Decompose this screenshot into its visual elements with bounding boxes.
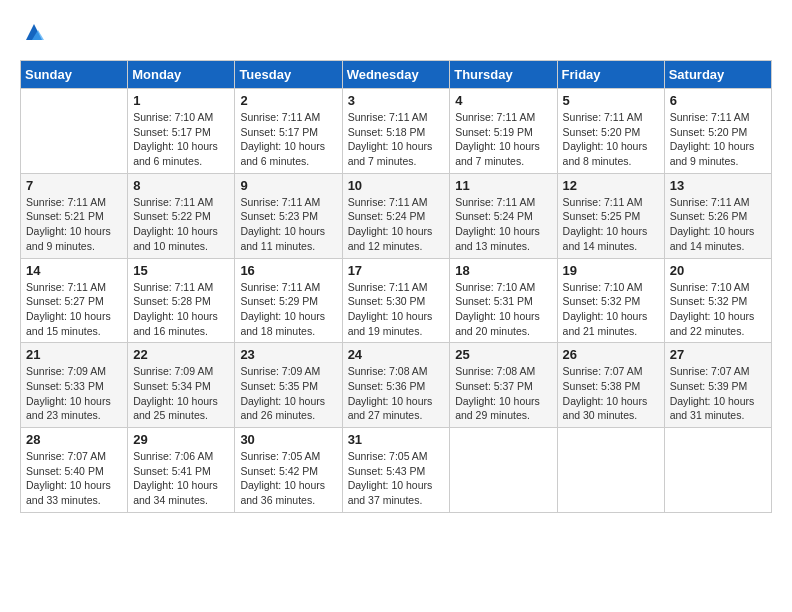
calendar-cell: 24Sunrise: 7:08 AMSunset: 5:36 PMDayligh… bbox=[342, 343, 450, 428]
calendar-week-row: 14Sunrise: 7:11 AMSunset: 5:27 PMDayligh… bbox=[21, 258, 772, 343]
day-number: 8 bbox=[133, 178, 229, 193]
day-number: 26 bbox=[563, 347, 659, 362]
calendar-cell: 11Sunrise: 7:11 AMSunset: 5:24 PMDayligh… bbox=[450, 173, 557, 258]
day-info: Sunrise: 7:09 AMSunset: 5:35 PMDaylight:… bbox=[240, 364, 336, 423]
calendar-header-wednesday: Wednesday bbox=[342, 61, 450, 89]
day-info: Sunrise: 7:11 AMSunset: 5:22 PMDaylight:… bbox=[133, 195, 229, 254]
calendar-cell: 12Sunrise: 7:11 AMSunset: 5:25 PMDayligh… bbox=[557, 173, 664, 258]
day-number: 21 bbox=[26, 347, 122, 362]
day-info: Sunrise: 7:09 AMSunset: 5:34 PMDaylight:… bbox=[133, 364, 229, 423]
day-info: Sunrise: 7:09 AMSunset: 5:33 PMDaylight:… bbox=[26, 364, 122, 423]
calendar-cell: 3Sunrise: 7:11 AMSunset: 5:18 PMDaylight… bbox=[342, 89, 450, 174]
day-number: 25 bbox=[455, 347, 551, 362]
calendar-cell: 10Sunrise: 7:11 AMSunset: 5:24 PMDayligh… bbox=[342, 173, 450, 258]
calendar-cell: 8Sunrise: 7:11 AMSunset: 5:22 PMDaylight… bbox=[128, 173, 235, 258]
day-number: 1 bbox=[133, 93, 229, 108]
day-number: 10 bbox=[348, 178, 445, 193]
calendar-week-row: 21Sunrise: 7:09 AMSunset: 5:33 PMDayligh… bbox=[21, 343, 772, 428]
calendar-cell: 17Sunrise: 7:11 AMSunset: 5:30 PMDayligh… bbox=[342, 258, 450, 343]
day-number: 4 bbox=[455, 93, 551, 108]
calendar-cell bbox=[557, 428, 664, 513]
day-info: Sunrise: 7:05 AMSunset: 5:42 PMDaylight:… bbox=[240, 449, 336, 508]
day-number: 29 bbox=[133, 432, 229, 447]
day-number: 30 bbox=[240, 432, 336, 447]
day-number: 12 bbox=[563, 178, 659, 193]
day-info: Sunrise: 7:11 AMSunset: 5:28 PMDaylight:… bbox=[133, 280, 229, 339]
day-number: 3 bbox=[348, 93, 445, 108]
calendar-cell: 25Sunrise: 7:08 AMSunset: 5:37 PMDayligh… bbox=[450, 343, 557, 428]
logo bbox=[20, 20, 46, 44]
calendar-header-friday: Friday bbox=[557, 61, 664, 89]
day-number: 27 bbox=[670, 347, 766, 362]
day-info: Sunrise: 7:11 AMSunset: 5:20 PMDaylight:… bbox=[670, 110, 766, 169]
calendar-week-row: 1Sunrise: 7:10 AMSunset: 5:17 PMDaylight… bbox=[21, 89, 772, 174]
day-info: Sunrise: 7:08 AMSunset: 5:36 PMDaylight:… bbox=[348, 364, 445, 423]
day-number: 2 bbox=[240, 93, 336, 108]
day-info: Sunrise: 7:05 AMSunset: 5:43 PMDaylight:… bbox=[348, 449, 445, 508]
calendar-cell: 29Sunrise: 7:06 AMSunset: 5:41 PMDayligh… bbox=[128, 428, 235, 513]
day-number: 31 bbox=[348, 432, 445, 447]
calendar-header-thursday: Thursday bbox=[450, 61, 557, 89]
day-info: Sunrise: 7:07 AMSunset: 5:40 PMDaylight:… bbox=[26, 449, 122, 508]
day-info: Sunrise: 7:11 AMSunset: 5:21 PMDaylight:… bbox=[26, 195, 122, 254]
calendar-cell: 30Sunrise: 7:05 AMSunset: 5:42 PMDayligh… bbox=[235, 428, 342, 513]
day-info: Sunrise: 7:11 AMSunset: 5:17 PMDaylight:… bbox=[240, 110, 336, 169]
calendar-header-monday: Monday bbox=[128, 61, 235, 89]
day-number: 19 bbox=[563, 263, 659, 278]
calendar-cell: 5Sunrise: 7:11 AMSunset: 5:20 PMDaylight… bbox=[557, 89, 664, 174]
calendar-cell: 26Sunrise: 7:07 AMSunset: 5:38 PMDayligh… bbox=[557, 343, 664, 428]
day-info: Sunrise: 7:10 AMSunset: 5:17 PMDaylight:… bbox=[133, 110, 229, 169]
day-number: 20 bbox=[670, 263, 766, 278]
day-info: Sunrise: 7:11 AMSunset: 5:24 PMDaylight:… bbox=[455, 195, 551, 254]
day-info: Sunrise: 7:11 AMSunset: 5:25 PMDaylight:… bbox=[563, 195, 659, 254]
day-info: Sunrise: 7:11 AMSunset: 5:30 PMDaylight:… bbox=[348, 280, 445, 339]
day-info: Sunrise: 7:11 AMSunset: 5:19 PMDaylight:… bbox=[455, 110, 551, 169]
day-info: Sunrise: 7:11 AMSunset: 5:24 PMDaylight:… bbox=[348, 195, 445, 254]
calendar-cell: 20Sunrise: 7:10 AMSunset: 5:32 PMDayligh… bbox=[664, 258, 771, 343]
calendar-cell bbox=[21, 89, 128, 174]
calendar-week-row: 7Sunrise: 7:11 AMSunset: 5:21 PMDaylight… bbox=[21, 173, 772, 258]
day-info: Sunrise: 7:11 AMSunset: 5:26 PMDaylight:… bbox=[670, 195, 766, 254]
calendar-cell: 2Sunrise: 7:11 AMSunset: 5:17 PMDaylight… bbox=[235, 89, 342, 174]
calendar-header-saturday: Saturday bbox=[664, 61, 771, 89]
calendar-cell bbox=[450, 428, 557, 513]
day-info: Sunrise: 7:07 AMSunset: 5:39 PMDaylight:… bbox=[670, 364, 766, 423]
calendar-cell: 9Sunrise: 7:11 AMSunset: 5:23 PMDaylight… bbox=[235, 173, 342, 258]
calendar-cell: 23Sunrise: 7:09 AMSunset: 5:35 PMDayligh… bbox=[235, 343, 342, 428]
day-info: Sunrise: 7:11 AMSunset: 5:18 PMDaylight:… bbox=[348, 110, 445, 169]
day-number: 14 bbox=[26, 263, 122, 278]
logo-icon bbox=[22, 20, 46, 44]
day-number: 18 bbox=[455, 263, 551, 278]
calendar-cell: 19Sunrise: 7:10 AMSunset: 5:32 PMDayligh… bbox=[557, 258, 664, 343]
calendar-cell: 18Sunrise: 7:10 AMSunset: 5:31 PMDayligh… bbox=[450, 258, 557, 343]
calendar-cell: 28Sunrise: 7:07 AMSunset: 5:40 PMDayligh… bbox=[21, 428, 128, 513]
day-number: 13 bbox=[670, 178, 766, 193]
day-info: Sunrise: 7:07 AMSunset: 5:38 PMDaylight:… bbox=[563, 364, 659, 423]
day-number: 11 bbox=[455, 178, 551, 193]
calendar-cell: 7Sunrise: 7:11 AMSunset: 5:21 PMDaylight… bbox=[21, 173, 128, 258]
day-info: Sunrise: 7:11 AMSunset: 5:29 PMDaylight:… bbox=[240, 280, 336, 339]
calendar-header-tuesday: Tuesday bbox=[235, 61, 342, 89]
day-info: Sunrise: 7:10 AMSunset: 5:32 PMDaylight:… bbox=[563, 280, 659, 339]
calendar-cell: 22Sunrise: 7:09 AMSunset: 5:34 PMDayligh… bbox=[128, 343, 235, 428]
day-info: Sunrise: 7:08 AMSunset: 5:37 PMDaylight:… bbox=[455, 364, 551, 423]
day-number: 28 bbox=[26, 432, 122, 447]
calendar-cell: 31Sunrise: 7:05 AMSunset: 5:43 PMDayligh… bbox=[342, 428, 450, 513]
day-info: Sunrise: 7:11 AMSunset: 5:27 PMDaylight:… bbox=[26, 280, 122, 339]
page-header bbox=[20, 20, 772, 44]
calendar-cell: 14Sunrise: 7:11 AMSunset: 5:27 PMDayligh… bbox=[21, 258, 128, 343]
day-number: 7 bbox=[26, 178, 122, 193]
calendar-cell: 21Sunrise: 7:09 AMSunset: 5:33 PMDayligh… bbox=[21, 343, 128, 428]
calendar-cell: 16Sunrise: 7:11 AMSunset: 5:29 PMDayligh… bbox=[235, 258, 342, 343]
calendar-table: SundayMondayTuesdayWednesdayThursdayFrid… bbox=[20, 60, 772, 513]
day-number: 16 bbox=[240, 263, 336, 278]
day-info: Sunrise: 7:10 AMSunset: 5:32 PMDaylight:… bbox=[670, 280, 766, 339]
day-number: 23 bbox=[240, 347, 336, 362]
calendar-cell bbox=[664, 428, 771, 513]
day-number: 6 bbox=[670, 93, 766, 108]
day-info: Sunrise: 7:11 AMSunset: 5:20 PMDaylight:… bbox=[563, 110, 659, 169]
calendar-cell: 6Sunrise: 7:11 AMSunset: 5:20 PMDaylight… bbox=[664, 89, 771, 174]
day-number: 15 bbox=[133, 263, 229, 278]
day-number: 17 bbox=[348, 263, 445, 278]
calendar-cell: 27Sunrise: 7:07 AMSunset: 5:39 PMDayligh… bbox=[664, 343, 771, 428]
